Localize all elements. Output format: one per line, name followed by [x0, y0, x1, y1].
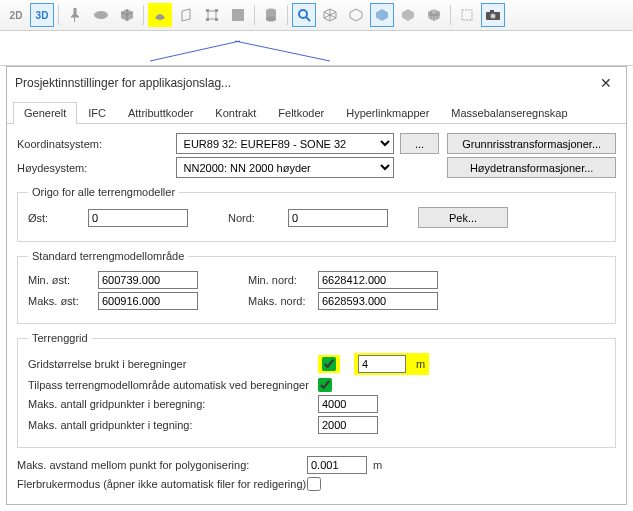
height-system-select[interactable]: NN2000: NN 2000 høyder — [176, 157, 394, 178]
svg-rect-2 — [206, 9, 209, 12]
disc-icon[interactable] — [89, 3, 113, 27]
tab-kontrakt[interactable]: Kontrakt — [204, 102, 267, 124]
height-transform-button[interactable]: Høydetransformasjoner... — [447, 157, 616, 178]
standard-area-group: Standard terrengmodellområde Min. øst: M… — [17, 250, 616, 324]
gridsize-checkbox[interactable] — [322, 357, 336, 371]
max-draw-input[interactable] — [318, 416, 378, 434]
hex-gray-icon[interactable] — [396, 3, 420, 27]
autofit-checkbox[interactable] — [318, 378, 332, 392]
origo-pick-button[interactable]: Pek... — [418, 207, 508, 228]
origo-group: Origo for alle terrengmodeller Øst: Nord… — [17, 186, 616, 242]
tab-ifc[interactable]: IFC — [77, 102, 117, 124]
view-3d-button[interactable]: 3D — [30, 3, 54, 27]
cylinder-icon[interactable] — [259, 3, 283, 27]
tabstrip: Generelt IFC Attributtkoder Kontrakt Fel… — [7, 99, 626, 124]
svg-rect-5 — [215, 18, 218, 21]
toolbar-separator — [287, 5, 288, 25]
max-calc-label: Maks. antall gridpunkter i beregning: — [28, 398, 318, 410]
cube-icon[interactable] — [115, 3, 139, 27]
origo-north-input[interactable] — [288, 209, 388, 227]
dialog-title: Prosjektinnstillinger for applikasjonsla… — [15, 76, 231, 90]
multiuser-label: Flerbrukermodus (åpner ikke automatisk f… — [17, 478, 307, 490]
canvas-area — [0, 31, 633, 66]
max-calc-input[interactable] — [318, 395, 378, 413]
dotted-square-icon[interactable] — [455, 3, 479, 27]
origo-east-input[interactable] — [88, 209, 188, 227]
pin-icon[interactable] — [63, 3, 87, 27]
svg-rect-1 — [208, 11, 216, 19]
min-east-label: Min. øst: — [28, 274, 98, 286]
box-outline-icon[interactable] — [174, 3, 198, 27]
search-icon[interactable] — [292, 3, 316, 27]
gridsize-input[interactable] — [358, 355, 406, 373]
svg-rect-4 — [206, 18, 209, 21]
multiuser-checkbox[interactable] — [307, 477, 321, 491]
tab-attributtkoder[interactable]: Attributtkoder — [117, 102, 204, 124]
solid-shape-icon[interactable] — [148, 3, 172, 27]
poly-dist-label: Maks. avstand mellom punkt for polygonis… — [17, 459, 307, 471]
toolbar-separator — [143, 5, 144, 25]
wire-cube-icon[interactable] — [318, 3, 342, 27]
coord-system-label: Koordinatsystem: — [17, 138, 176, 150]
tab-generelt[interactable]: Generelt — [13, 102, 77, 124]
origo-legend: Origo for alle terrengmodeller — [28, 186, 179, 198]
standard-area-legend: Standard terrengmodellområde — [28, 250, 188, 262]
svg-rect-14 — [490, 10, 494, 13]
svg-rect-12 — [462, 10, 472, 20]
poly-dist-unit: m — [373, 459, 382, 471]
coord-system-select[interactable]: EUR89 32: EUREF89 - SONE 32 — [176, 133, 394, 154]
fill-square-icon[interactable] — [226, 3, 250, 27]
tab-massebalanse[interactable]: Massebalanseregnskap — [440, 102, 578, 124]
frame-icon[interactable] — [200, 3, 224, 27]
terrain-grid-legend: Terrenggrid — [28, 332, 92, 344]
max-north-input[interactable] — [318, 292, 438, 310]
min-north-label: Min. nord: — [248, 274, 318, 286]
min-north-input[interactable] — [318, 271, 438, 289]
svg-point-9 — [266, 17, 276, 22]
mesh-cube-icon[interactable] — [422, 3, 446, 27]
max-north-label: Maks. nord: — [248, 295, 318, 307]
max-draw-label: Maks. antall gridpunkter i tegning: — [28, 419, 318, 431]
max-east-label: Maks. øst: — [28, 295, 98, 307]
svg-line-11 — [306, 17, 310, 21]
close-button[interactable]: ✕ — [594, 73, 618, 93]
svg-line-17 — [235, 41, 330, 61]
origo-north-label: Nord: — [228, 212, 288, 224]
toolbar-separator — [450, 5, 451, 25]
autofit-label: Tilpass terrengmodellområde automatisk v… — [28, 379, 318, 391]
camera-icon[interactable] — [481, 3, 505, 27]
hex-outline-icon[interactable] — [344, 3, 368, 27]
main-toolbar: 2D 3D — [0, 0, 633, 31]
origo-east-label: Øst: — [28, 212, 88, 224]
min-east-input[interactable] — [98, 271, 198, 289]
terrain-grid-group: Terrenggrid Gridstørrelse brukt i beregn… — [17, 332, 616, 448]
plan-transform-button[interactable]: Grunnrisstransformasjoner... — [447, 133, 616, 154]
poly-dist-input[interactable] — [307, 456, 367, 474]
svg-point-0 — [94, 11, 108, 19]
hex-solid-icon[interactable] — [370, 3, 394, 27]
view-2d-button[interactable]: 2D — [4, 3, 28, 27]
svg-rect-3 — [215, 9, 218, 12]
coord-browse-button[interactable]: ... — [400, 133, 440, 154]
gridsize-label: Gridstørrelse brukt i beregninger — [28, 358, 318, 370]
svg-point-15 — [491, 14, 496, 19]
height-system-label: Høydesystem: — [17, 162, 176, 174]
tab-feltkoder[interactable]: Feltkoder — [267, 102, 335, 124]
toolbar-separator — [254, 5, 255, 25]
svg-rect-6 — [232, 9, 244, 21]
project-settings-dialog: Prosjektinnstillinger for applikasjonsla… — [6, 66, 627, 505]
svg-line-16 — [150, 41, 240, 61]
toolbar-separator — [58, 5, 59, 25]
max-east-input[interactable] — [98, 292, 198, 310]
svg-point-10 — [299, 10, 307, 18]
tab-hyperlinkmapper[interactable]: Hyperlinkmapper — [335, 102, 440, 124]
gridsize-unit: m — [416, 358, 425, 370]
